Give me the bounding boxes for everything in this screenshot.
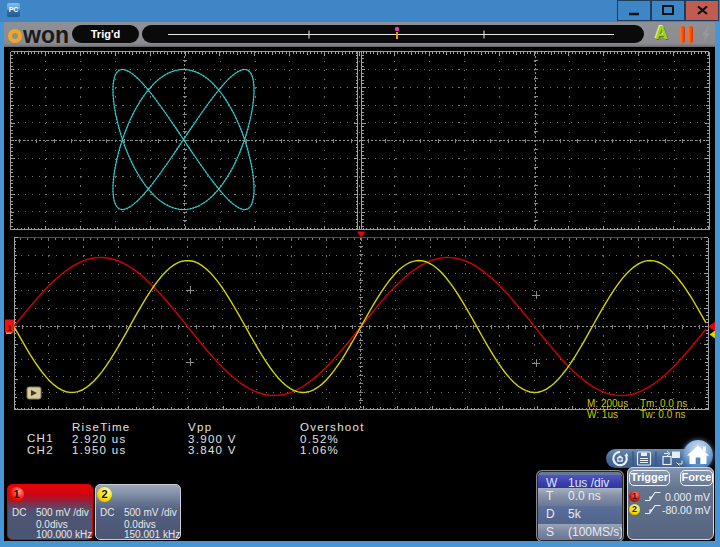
svg-text:Tm: 0.0 ns: Tm: 0.0 ns	[640, 398, 687, 409]
svg-text:M: 200us: M: 200us	[587, 398, 628, 409]
svg-text:1: 1	[7, 323, 12, 333]
svg-text:W: 1us: W: 1us	[587, 409, 618, 420]
svg-text:Tw: 0.0 ns: Tw: 0.0 ns	[640, 409, 686, 420]
